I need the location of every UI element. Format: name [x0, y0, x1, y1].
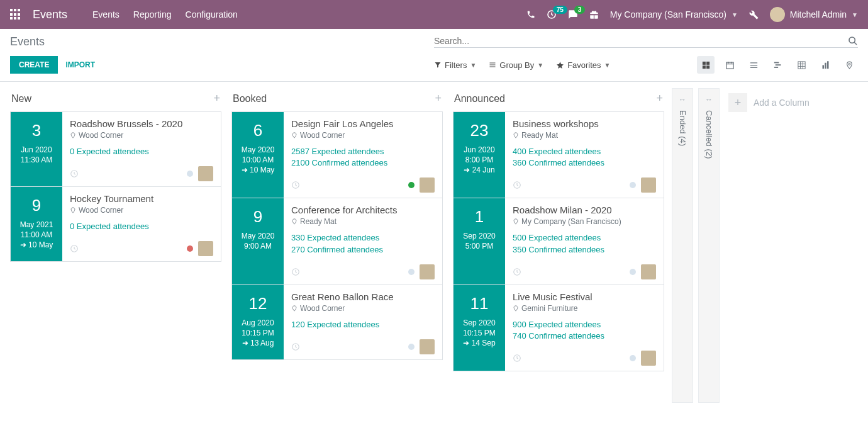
card-day: 9 [32, 196, 41, 215]
menu-configuration[interactable]: Configuration [186, 9, 238, 20]
priority-dot[interactable] [408, 182, 415, 188]
card-day: 9 [253, 207, 262, 227]
svg-rect-3 [706, 61, 709, 64]
kanban-card[interactable]: 11 Sep 2020 10:15 PM ➜ 14 Sep Live Music… [453, 284, 664, 371]
company-switcher[interactable]: My Company (San Francisco) ▼ [610, 9, 738, 20]
view-list-icon[interactable] [745, 56, 762, 74]
priority-dot[interactable] [408, 269, 415, 275]
priority-dot[interactable] [408, 344, 415, 350]
card-month: Sep 2020 [463, 232, 495, 240]
priority-dot[interactable] [630, 182, 636, 188]
messaging-badge: 3 [574, 6, 586, 14]
card-date-block: 11 Sep 2020 10:15 PM ➜ 14 Sep [453, 285, 505, 371]
user-name: Mitchell Admin [790, 9, 847, 20]
kanban-card[interactable]: 23 Jun 2020 8:00 PM ➜ 24 Jun Business wo… [453, 111, 664, 198]
card-time: 10:00 AM [242, 155, 274, 164]
view-gantt-icon[interactable] [769, 56, 786, 74]
user-menu[interactable]: Mitchell Admin ▼ [770, 7, 858, 22]
messaging-icon[interactable]: 3 [568, 9, 578, 20]
activity-clock-icon[interactable] [70, 169, 79, 178]
activity-clock-icon[interactable] [291, 268, 300, 276]
kanban-card[interactable]: 12 Aug 2020 10:15 PM ➜ 13 Aug Great Reno… [231, 284, 443, 360]
phone-icon[interactable] [526, 10, 535, 19]
kanban-folded-column[interactable]: ↔ Cancelled (2) [698, 88, 720, 403]
column-title: Announced [454, 93, 505, 104]
assignee-avatar[interactable] [420, 264, 435, 279]
column-quick-create-icon[interactable]: + [435, 92, 442, 105]
search-icon[interactable] [848, 36, 858, 46]
priority-dot[interactable] [630, 355, 636, 361]
assignee-avatar[interactable] [198, 166, 213, 181]
card-day: 3 [32, 121, 41, 140]
favorites-button[interactable]: Favorites ▼ [556, 60, 610, 70]
card-title: Design Fair Los Angeles [291, 118, 435, 129]
card-attendees: 2587 Expected attendees2100 Confirmed at… [291, 146, 435, 169]
app-brand[interactable]: Events [33, 8, 67, 21]
assignee-avatar[interactable] [198, 241, 213, 256]
activity-icon[interactable]: 75 [547, 9, 557, 20]
view-calendar-icon[interactable] [721, 56, 738, 74]
top-menu: Events Reporting Configuration [92, 9, 238, 20]
card-date-block: 9 May 2020 9:00 AM [232, 198, 284, 284]
menu-reporting[interactable]: Reporting [133, 9, 172, 20]
import-button[interactable]: IMPORT [65, 60, 95, 69]
search-input[interactable] [434, 36, 848, 46]
view-map-icon[interactable] [840, 56, 858, 74]
activity-clock-icon[interactable] [70, 244, 79, 253]
priority-dot[interactable] [630, 269, 636, 275]
activity-clock-icon[interactable] [513, 268, 521, 276]
view-graph-icon[interactable] [816, 56, 834, 74]
kanban-card[interactable]: 9 May 2020 9:00 AM Conference for Archit… [231, 198, 443, 284]
assignee-avatar[interactable] [420, 339, 435, 354]
debug-icon[interactable] [749, 10, 759, 20]
apps-icon[interactable] [10, 9, 21, 20]
card-time: 11:00 AM [21, 230, 53, 239]
kanban-card[interactable]: 3 Jun 2020 11:30 AM Roadshow Brussels - … [10, 111, 221, 187]
chevron-down-icon: ▼ [604, 62, 611, 69]
assignee-avatar[interactable] [641, 264, 656, 279]
svg-rect-11 [822, 65, 824, 69]
column-quick-create-icon[interactable]: + [213, 92, 220, 105]
kanban-card[interactable]: 1 Sep 2020 5:00 PM Roadshow Milan - 2020… [453, 198, 664, 284]
card-attendees: 500 Expected attendees350 Confirmed atte… [513, 232, 656, 255]
priority-dot[interactable] [187, 245, 193, 252]
chevron-down-icon: ▼ [470, 62, 476, 69]
card-day: 12 [249, 294, 267, 313]
filters-button[interactable]: Filters ▼ [434, 60, 476, 70]
svg-rect-5 [706, 65, 709, 69]
kanban-column: New + 3 Jun 2020 11:30 AM Roadshow Bruss… [5, 88, 226, 261]
priority-dot[interactable] [187, 171, 193, 177]
kanban-board: New + 3 Jun 2020 11:30 AM Roadshow Bruss… [0, 82, 868, 423]
activity-clock-icon[interactable] [291, 181, 300, 189]
assignee-avatar[interactable] [420, 177, 435, 193]
card-location: Wood Corner [291, 304, 435, 313]
groupby-button[interactable]: Group By ▼ [489, 60, 543, 70]
assignee-avatar[interactable] [641, 177, 656, 193]
card-location: My Company (San Francisco) [513, 217, 656, 226]
kanban-folded-column[interactable]: ↔ Ended (4) [672, 88, 693, 403]
assignee-avatar[interactable] [641, 351, 656, 366]
gift-icon[interactable] [589, 10, 599, 20]
card-attendees: 900 Expected attendees740 Confirmed atte… [513, 319, 656, 342]
card-title: Business workshops [513, 118, 656, 129]
activity-clock-icon[interactable] [513, 181, 521, 189]
card-attendees: 0 Expected attendees [70, 221, 213, 232]
card-attendees: 330 Expected attendees270 Confirmed atte… [291, 232, 435, 255]
card-location: Wood Corner [291, 131, 435, 140]
unfold-icon: ↔ [705, 95, 713, 104]
search-bar[interactable] [434, 36, 858, 48]
card-title: Roadshow Milan - 2020 [513, 205, 656, 215]
menu-events[interactable]: Events [92, 9, 120, 20]
view-kanban-icon[interactable] [697, 56, 715, 74]
chevron-down-icon: ▼ [852, 11, 858, 18]
control-panel: Events CREATE IMPORT Filters ▼ Group By … [0, 29, 868, 82]
column-quick-create-icon[interactable]: + [656, 92, 663, 105]
view-pivot-icon[interactable] [793, 56, 810, 74]
kanban-card[interactable]: 9 May 2021 11:00 AM ➜ 10 May Hockey Tour… [10, 186, 221, 262]
add-column[interactable]: + Add a Column [722, 88, 848, 117]
card-date-block: 3 Jun 2020 11:30 AM [11, 112, 62, 186]
activity-clock-icon[interactable] [513, 354, 521, 363]
create-button[interactable]: CREATE [10, 56, 58, 74]
kanban-card[interactable]: 6 May 2020 10:00 AM ➜ 10 May Design Fair… [231, 111, 443, 198]
activity-clock-icon[interactable] [291, 342, 300, 351]
